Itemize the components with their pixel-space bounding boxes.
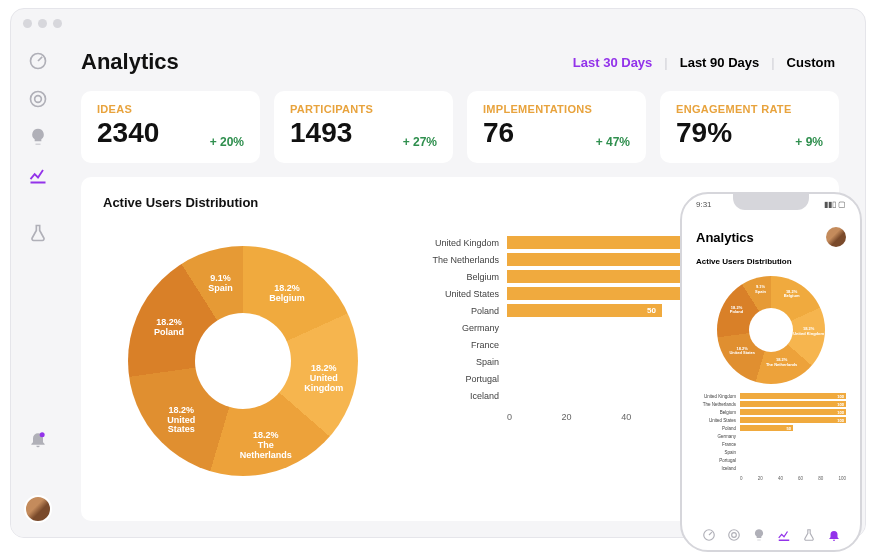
svg-point-6 (731, 533, 736, 538)
bar-category: Belgium (696, 410, 740, 415)
kpi-delta: + 47% (596, 135, 630, 149)
bar-fill: 100 (740, 417, 846, 423)
kpi-value: 79% (676, 117, 732, 149)
bar-row: United Kingdom100 (696, 392, 846, 400)
bar-category: United States (696, 418, 740, 423)
bar-row: Iceland (696, 464, 846, 472)
bar-fill: 50 (507, 304, 662, 317)
donut-chart: 18.2%Belgium18.2%United Kingdom18.2%The … (103, 218, 383, 503)
bar-fill: 50 (740, 425, 793, 431)
window-control-min[interactable] (38, 19, 47, 28)
avatar[interactable] (24, 495, 52, 523)
axis-tick: 20 (758, 476, 763, 481)
svg-point-1 (31, 92, 46, 107)
bar-category: Spain (403, 357, 507, 367)
svg-point-5 (728, 530, 739, 541)
bar-category: Portugal (696, 458, 740, 463)
bar-category: France (696, 442, 740, 447)
slice-label: 18.2%United Kingdom (296, 364, 352, 394)
kpi-participants: PARTICIPANTS 1493 + 27% (274, 91, 453, 163)
bar-category: Poland (403, 306, 507, 316)
bar-row: Poland50 (696, 424, 846, 432)
bar-fill: 100 (740, 409, 846, 415)
bar-category: The Netherlands (696, 402, 740, 407)
phone-statusbar: 9:31 ▮▮▯ ▢ (682, 194, 860, 209)
date-range-tabs: Last 30 Days | Last 90 Days | Custom (569, 55, 839, 70)
axis-tick: 0 (507, 412, 512, 422)
bar-row: Portugal (696, 456, 846, 464)
bar-category: United Kingdom (403, 238, 507, 248)
bar-fill: 100 (740, 393, 846, 399)
divider: | (660, 55, 671, 70)
gauge-icon[interactable] (28, 51, 48, 71)
flask-icon[interactable] (28, 223, 48, 243)
bar-category: Belgium (403, 272, 507, 282)
bar-category: Portugal (403, 374, 507, 384)
svg-point-2 (35, 96, 42, 103)
slice-label: 9.1%Spain (733, 285, 789, 293)
target-icon[interactable] (28, 89, 48, 109)
kpi-label: ENGAGEMENT RATE (676, 103, 823, 115)
bar-category: The Netherlands (403, 255, 507, 265)
svg-point-3 (40, 432, 45, 437)
slice-label: 18.2%Poland (709, 306, 765, 314)
bar-category: France (403, 340, 507, 350)
kpi-row: IDEAS 2340 + 20% PARTICIPANTS 1493 + 27%… (81, 91, 839, 163)
window-control-max[interactable] (53, 19, 62, 28)
bar-category: Iceland (696, 466, 740, 471)
bar-row: France (696, 440, 846, 448)
bar-category: Poland (696, 426, 740, 431)
slice-label: 18.2%The Netherlands (754, 358, 810, 366)
bar-row: Germany (696, 432, 846, 440)
bar-category: Spain (696, 450, 740, 455)
bell-icon[interactable] (28, 429, 48, 449)
kpi-ideas: IDEAS 2340 + 20% (81, 91, 260, 163)
target-icon[interactable] (727, 528, 741, 542)
window-control-close[interactable] (23, 19, 32, 28)
bar-row: The Netherlands100 (696, 400, 846, 408)
tab-last-90[interactable]: Last 90 Days (676, 55, 764, 70)
axis-tick: 20 (562, 412, 572, 422)
bell-icon[interactable] (827, 528, 841, 542)
slice-label: 18.2%United States (714, 347, 770, 355)
flask-icon[interactable] (802, 528, 816, 542)
kpi-implementations: IMPLEMENTATIONS 76 + 47% (467, 91, 646, 163)
kpi-label: IDEAS (97, 103, 244, 115)
kpi-delta: + 20% (210, 135, 244, 149)
kpi-delta: + 27% (403, 135, 437, 149)
phone-bottom-nav (682, 528, 860, 542)
tab-custom[interactable]: Custom (783, 55, 839, 70)
axis-tick: 60 (798, 476, 803, 481)
kpi-engagement: ENGAGEMENT RATE 79% + 9% (660, 91, 839, 163)
bar-row: Spain (696, 448, 846, 456)
axis-tick: 40 (778, 476, 783, 481)
page-header: Analytics Last 30 Days | Last 90 Days | … (81, 45, 839, 77)
kpi-value: 2340 (97, 117, 159, 149)
axis-tick: 0 (740, 476, 743, 481)
axis-tick: 80 (818, 476, 823, 481)
bar-row: United States100 (696, 416, 846, 424)
phone-subtitle: Active Users Distribution (696, 257, 846, 266)
sidebar (11, 37, 65, 537)
bulb-icon[interactable] (752, 528, 766, 542)
bar-category: Germany (696, 434, 740, 439)
slice-label: 18.2%Belgium (259, 284, 315, 304)
phone-title: Analytics (696, 230, 754, 245)
bar-category: United Kingdom (696, 394, 740, 399)
gauge-icon[interactable] (702, 528, 716, 542)
bar-category: United States (403, 289, 507, 299)
slice-label: 9.1%Spain (193, 274, 249, 294)
bar-row: Belgium100 (696, 408, 846, 416)
chart-icon[interactable] (28, 165, 48, 185)
chart-icon[interactable] (777, 528, 791, 542)
kpi-delta: + 9% (795, 135, 823, 149)
avatar[interactable] (826, 227, 846, 247)
slice-label: 18.2%United Kingdom (781, 327, 837, 335)
slice-label: 18.2%The Netherlands (238, 431, 294, 461)
kpi-label: PARTICIPANTS (290, 103, 437, 115)
tab-last-30[interactable]: Last 30 Days (569, 55, 657, 70)
bulb-icon[interactable] (28, 127, 48, 147)
bar-category: Iceland (403, 391, 507, 401)
slice-label: 18.2%Poland (141, 318, 197, 338)
battery-icon: ▮▮▯ ▢ (824, 200, 846, 209)
